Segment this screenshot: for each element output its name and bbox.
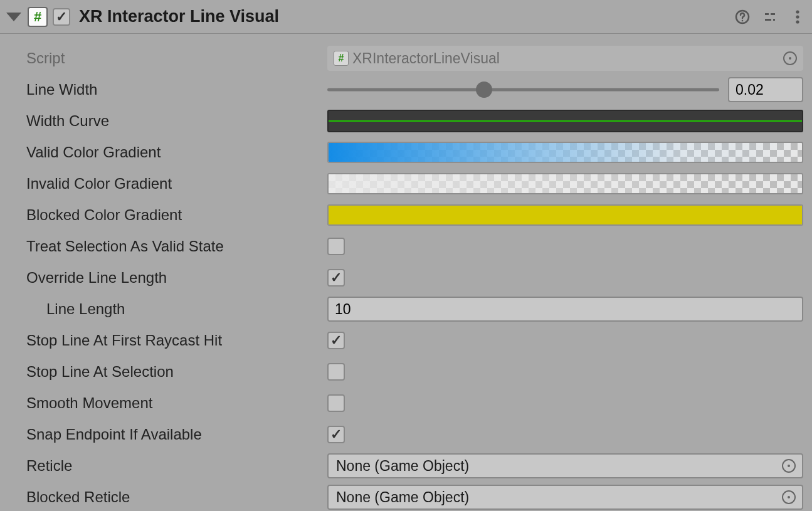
valid-color-row: Valid Color Gradient <box>9 137 803 168</box>
svg-rect-2 <box>765 13 769 15</box>
line-length-row: Line Length <box>9 293 803 325</box>
smooth-movement-row: Smooth Movement <box>9 387 803 419</box>
line-length-label: Line Length <box>9 300 322 318</box>
stop-at-selection-row: Stop Line At Selection <box>9 356 803 387</box>
presets-icon[interactable] <box>762 9 778 25</box>
object-picker-icon[interactable] <box>782 490 796 504</box>
override-line-length-row: Override Line Length <box>9 262 803 293</box>
stop-first-raycast-label: Stop Line At First Raycast Hit <box>9 332 322 349</box>
component-enabled-checkbox[interactable] <box>53 8 70 26</box>
line-width-slider[interactable] <box>327 81 719 98</box>
svg-point-7 <box>796 15 799 18</box>
line-width-input[interactable] <box>728 77 803 102</box>
treat-selection-label: Treat Selection As Valid State <box>9 238 322 255</box>
svg-rect-5 <box>773 19 775 21</box>
width-curve-label: Width Curve <box>9 112 322 130</box>
blocked-reticle-row: Blocked Reticle None (Game Object) <box>9 482 803 511</box>
blocked-reticle-value: None (Game Object) <box>336 489 469 506</box>
object-picker-icon[interactable] <box>783 51 797 65</box>
context-menu-icon[interactable] <box>789 9 806 25</box>
blocked-color-gradient[interactable] <box>327 204 803 226</box>
valid-color-gradient[interactable] <box>327 142 803 163</box>
stop-first-raycast-checkbox[interactable] <box>327 332 345 349</box>
svg-point-1 <box>742 19 744 21</box>
invalid-color-label: Invalid Color Gradient <box>9 175 322 192</box>
snap-endpoint-checkbox[interactable] <box>327 426 345 443</box>
foldout-toggle[interactable] <box>6 13 21 21</box>
reticle-label: Reticle <box>9 457 322 475</box>
script-field: # XRInteractorLineVisual <box>327 46 803 71</box>
line-length-input[interactable] <box>327 297 803 322</box>
component-panel: # XR Interactor Line Visual Script # XRI… <box>0 0 812 511</box>
help-icon[interactable] <box>734 9 751 25</box>
stop-at-selection-checkbox[interactable] <box>327 363 345 381</box>
reticle-value: None (Game Object) <box>336 458 469 475</box>
snap-endpoint-label: Snap Endpoint If Available <box>9 426 322 443</box>
line-width-row: Line Width <box>9 74 803 105</box>
svg-rect-4 <box>765 19 771 21</box>
override-line-length-checkbox[interactable] <box>327 269 345 287</box>
script-value: XRInteractorLineVisual <box>352 50 500 67</box>
slider-thumb[interactable] <box>476 82 492 98</box>
stop-first-raycast-row: Stop Line At First Raycast Hit <box>9 325 803 356</box>
invalid-color-row: Invalid Color Gradient <box>9 168 803 199</box>
blocked-color-label: Blocked Color Gradient <box>9 206 322 224</box>
script-row: Script # XRInteractorLineVisual <box>9 43 803 74</box>
width-curve-row: Width Curve <box>9 105 803 137</box>
valid-color-label: Valid Color Gradient <box>9 144 322 161</box>
svg-rect-3 <box>771 13 775 15</box>
reticle-field[interactable]: None (Game Object) <box>327 453 803 478</box>
invalid-color-gradient[interactable] <box>327 173 803 194</box>
component-header[interactable]: # XR Interactor Line Visual <box>0 0 812 34</box>
override-line-length-label: Override Line Length <box>9 269 322 287</box>
curve-line <box>329 120 802 122</box>
svg-point-8 <box>796 20 799 23</box>
object-picker-icon[interactable] <box>782 459 796 473</box>
svg-point-6 <box>796 10 799 13</box>
reticle-row: Reticle None (Game Object) <box>9 450 803 482</box>
blocked-reticle-label: Blocked Reticle <box>9 488 322 506</box>
smooth-movement-label: Smooth Movement <box>9 394 322 412</box>
script-type-icon: # <box>28 7 48 27</box>
stop-at-selection-label: Stop Line At Selection <box>9 363 322 381</box>
smooth-movement-checkbox[interactable] <box>327 394 345 412</box>
blocked-reticle-field[interactable]: None (Game Object) <box>327 485 803 510</box>
fields-container: Script # XRInteractorLineVisual Line Wid… <box>0 34 812 511</box>
hash-icon: # <box>334 51 349 66</box>
script-label: Script <box>9 50 322 67</box>
snap-endpoint-row: Snap Endpoint If Available <box>9 419 803 450</box>
component-title: XR Interactor Line Visual <box>79 7 729 26</box>
treat-selection-row: Treat Selection As Valid State <box>9 231 803 262</box>
width-curve-field[interactable] <box>327 110 803 132</box>
treat-selection-checkbox[interactable] <box>327 238 345 255</box>
header-buttons <box>734 9 806 25</box>
line-width-label: Line Width <box>9 81 322 98</box>
blocked-color-row: Blocked Color Gradient <box>9 199 803 231</box>
